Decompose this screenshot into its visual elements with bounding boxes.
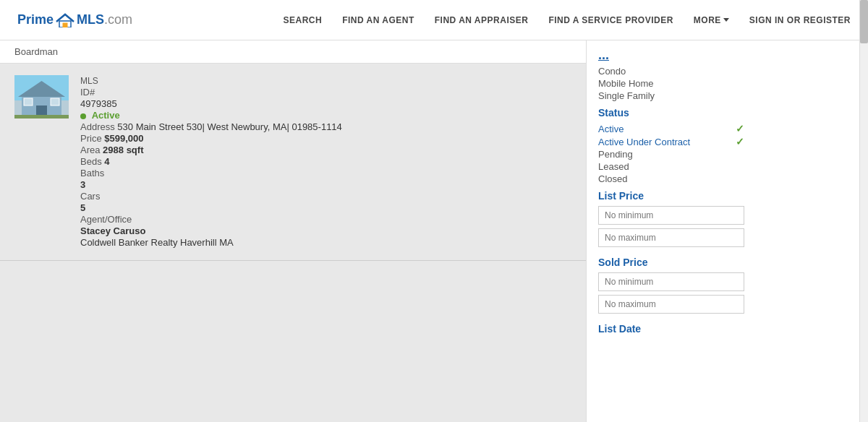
- navigation: Prime MLS .com SEARCH FIND AN AGENT FIND…: [0, 0, 868, 40]
- status-row: Active: [80, 110, 571, 121]
- status-value: Active: [92, 110, 120, 121]
- agent-name-row: Stacey Caruso: [80, 225, 571, 236]
- address-value: 530 Main Street 530| West Newbury, MA| 0…: [117, 121, 342, 132]
- status-pending-label[interactable]: Pending: [598, 149, 633, 160]
- svg-rect-1: [63, 23, 67, 27]
- listing-card: MLS ID# 4979385 Active Address 530 Main …: [0, 64, 586, 261]
- mls-id-row: ID#: [80, 87, 571, 98]
- sold-price-min-input[interactable]: [598, 272, 744, 291]
- scrollbar-thumb[interactable]: [860, 0, 868, 43]
- logo-com: .com: [104, 12, 132, 27]
- status-pending-item[interactable]: Pending: [598, 149, 744, 160]
- price-value: $599,000: [104, 133, 143, 144]
- logo[interactable]: Prime MLS .com: [17, 12, 132, 27]
- sold-price-max-input[interactable]: [598, 295, 744, 314]
- mls-number: 4979385: [80, 98, 117, 109]
- baths-row: Baths: [80, 168, 571, 178]
- mls-number-row: 4979385: [80, 98, 571, 109]
- sidebar-top-link[interactable]: ...: [598, 48, 744, 63]
- baths-value: 3: [80, 179, 85, 190]
- list-price-max-input[interactable]: [598, 228, 744, 247]
- status-active-contract-item[interactable]: Active Under Contract ✓: [598, 136, 744, 147]
- main-content: Boardman: [0, 40, 586, 422]
- address-label: Address: [80, 121, 115, 132]
- chevron-down-icon: [723, 18, 729, 22]
- find-agent-link[interactable]: FIND AN AGENT: [342, 15, 414, 25]
- status-section-title: Status: [598, 107, 744, 119]
- agent-label: Agent/Office: [80, 214, 132, 225]
- cars-value: 5: [80, 202, 85, 213]
- search-link[interactable]: SEARCH: [283, 15, 322, 25]
- status-dot-icon: [80, 113, 86, 119]
- area-row: Area 2988 sqft: [80, 145, 571, 155]
- agent-office: Coldwell Banker Realty Haverhill MA: [80, 237, 234, 248]
- find-service-provider-link[interactable]: FIND A SERVICE PROVIDER: [548, 15, 673, 25]
- more-link[interactable]: MORE: [694, 15, 729, 25]
- logo-house-icon: [55, 13, 75, 27]
- property-type-condo: Condo: [598, 66, 744, 77]
- cars-label: Cars: [80, 191, 100, 202]
- beds-value: 4: [104, 156, 109, 167]
- price-row: Price $599,000: [80, 133, 571, 144]
- mls-label-row: MLS: [80, 76, 571, 86]
- status-active-label[interactable]: Active: [598, 124, 624, 134]
- scrollbar-track[interactable]: [859, 0, 868, 422]
- beds-label: Beds: [80, 156, 102, 167]
- nav-links: SEARCH FIND AN AGENT FIND AN APPRAISER F…: [283, 15, 851, 25]
- list-price-title: List Price: [598, 190, 744, 202]
- address-row: Address 530 Main Street 530| West Newbur…: [80, 121, 571, 132]
- property-type-single-family: Single Family: [598, 90, 744, 101]
- logo-mls: MLS: [77, 12, 104, 27]
- svg-rect-9: [14, 115, 69, 119]
- boardman-header: Boardman: [0, 40, 586, 64]
- list-price-min-input[interactable]: [598, 206, 744, 225]
- sign-in-link[interactable]: SIGN IN OR REGISTER: [749, 15, 851, 25]
- status-leased-label[interactable]: Leased: [598, 161, 629, 172]
- sold-price-title: Sold Price: [598, 257, 744, 268]
- area-label: Area: [80, 145, 100, 155]
- beds-row: Beds 4: [80, 156, 571, 167]
- listing-details: MLS ID# 4979385 Active Address 530 Main …: [80, 75, 571, 249]
- area-value: 2988 sqft: [103, 145, 143, 155]
- agent-name: Stacey Caruso: [80, 225, 145, 236]
- id-label: ID#: [80, 87, 95, 98]
- house-thumbnail: [14, 75, 69, 119]
- sidebar: ... Condo Mobile Home Single Family Stat…: [586, 40, 756, 422]
- property-type-mobile-home: Mobile Home: [598, 78, 744, 89]
- status-closed-item[interactable]: Closed: [598, 173, 744, 184]
- agent-office-row: Coldwell Banker Realty Haverhill MA: [80, 237, 571, 248]
- status-active-contract-label[interactable]: Active Under Contract: [598, 137, 690, 147]
- status-leased-item[interactable]: Leased: [598, 161, 744, 172]
- status-active-item[interactable]: Active ✓: [598, 123, 744, 134]
- status-active-contract-check: ✓: [736, 136, 744, 147]
- list-date-title: List Date: [598, 323, 744, 335]
- boardman-text: Boardman: [14, 46, 58, 57]
- logo-prime: Prime: [17, 12, 54, 27]
- cars-value-row: 5: [80, 202, 571, 213]
- svg-rect-7: [24, 98, 33, 106]
- status-active-check: ✓: [736, 123, 744, 134]
- price-label: Price: [80, 133, 102, 144]
- svg-rect-8: [51, 98, 59, 106]
- baths-value-row: 3: [80, 179, 571, 190]
- listing-image[interactable]: [14, 75, 69, 119]
- find-appraiser-link[interactable]: FIND AN APPRAISER: [435, 15, 529, 25]
- page-body: Boardman: [0, 40, 868, 422]
- status-closed-label[interactable]: Closed: [598, 173, 627, 184]
- agent-label-row: Agent/Office: [80, 214, 571, 225]
- cars-row: Cars: [80, 191, 571, 202]
- baths-label: Baths: [80, 168, 104, 178]
- mls-label: MLS: [80, 76, 98, 86]
